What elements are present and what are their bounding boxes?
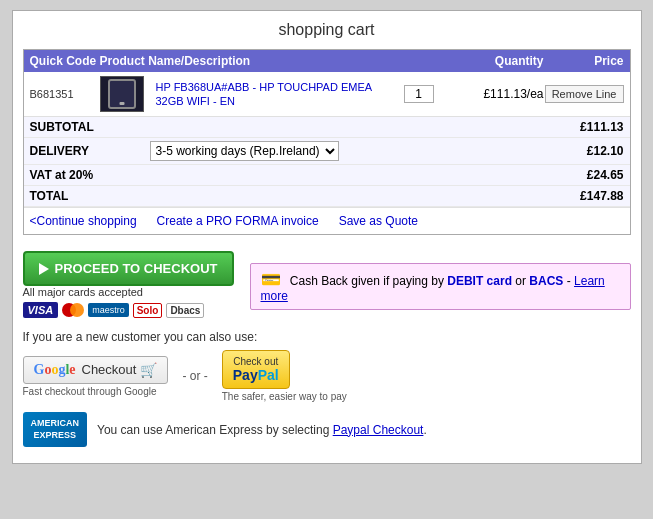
tablet-icon (108, 79, 136, 109)
delivery-value: £12.10 (525, 138, 630, 165)
product-image (100, 76, 144, 112)
paypal-logo: PayPal (233, 367, 279, 383)
paypal-checkout-area: Check out PayPal The safer, easier way t… (222, 350, 347, 402)
summary-table: SUBTOTAL £111.13 DELIVERY 3-5 working da… (24, 117, 630, 207)
delivery-row: DELIVERY 3-5 working days (Rep.Ireland) … (24, 138, 630, 165)
cart-links-row: <Continue shopping Create a PRO FORMA in… (24, 207, 630, 234)
google-sub-text: Fast checkout through Google (23, 386, 169, 397)
cashback-debit: DEBIT card (447, 274, 512, 288)
header-price: Price (544, 54, 624, 68)
amex-text: You can use American Express by selectin… (97, 423, 427, 437)
google-cart-icon: 🛒 (140, 362, 157, 378)
cashback-bacs: BACS (529, 274, 563, 288)
delivery-select[interactable]: 3-5 working days (Rep.Ireland) (150, 141, 339, 161)
paypal-checkout-button[interactable]: Check out PayPal (222, 350, 290, 389)
header-quantity: Quantity (464, 54, 544, 68)
google-checkout-label: Checkout (82, 362, 137, 377)
header-product: Product Name/Description (100, 54, 464, 68)
item-description: HP FB368UA#ABB - HP TOUCHPAD EMEA 32GB W… (150, 80, 404, 108)
vat-label: VAT at 20% (24, 165, 144, 186)
amex-row: AMERICAN EXPRESS You can use American Ex… (23, 412, 631, 447)
subtotal-row: SUBTOTAL £111.13 (24, 117, 630, 138)
item-quantity-cell (404, 85, 464, 103)
checkout-btn-label: PROCEED TO CHECKOUT (55, 261, 218, 276)
cashback-dash: - (567, 274, 574, 288)
cashback-prefix: Cash Back given if paying by (290, 274, 444, 288)
cashback-icon: 💳 (261, 271, 281, 288)
amex-badge: AMERICAN EXPRESS (23, 412, 88, 447)
page-wrapper: shopping cart Quick Code Product Name/De… (12, 10, 642, 464)
paypal-sub-text: The safer, easier way to pay (222, 391, 347, 402)
visa-badge: VISA (23, 302, 59, 318)
amex-label1: AMERICAN (31, 418, 80, 430)
quantity-input[interactable] (404, 85, 434, 103)
vat-value: £24.65 (525, 165, 630, 186)
remove-line-button[interactable]: Remove Line (545, 85, 624, 103)
cart-item-row: B681351 HP FB368UA#ABB - HP TOUCHPAD EME… (24, 72, 630, 117)
item-quick-code: B681351 (30, 88, 100, 100)
header-quick-code: Quick Code (30, 54, 100, 68)
or-text: - or - (182, 369, 207, 383)
page-title: shopping cart (23, 21, 631, 39)
google-g: Google (34, 362, 76, 378)
checkout-btn-area: PROCEED TO CHECKOUT All major cards acce… (23, 251, 234, 322)
total-value: £147.88 (525, 186, 630, 207)
item-unit-price: £111.13/ea (464, 87, 544, 101)
subtotal-label: SUBTOTAL (24, 117, 144, 138)
bottom-section: PROCEED TO CHECKOUT All major cards acce… (23, 245, 631, 453)
paypal-top-label: Check out (233, 356, 278, 367)
cart-container: Quick Code Product Name/Description Quan… (23, 49, 631, 235)
checkout-row: PROCEED TO CHECKOUT All major cards acce… (23, 251, 631, 322)
item-remove-cell: Remove Line (544, 85, 624, 103)
bacs-badge: Dbacs (166, 303, 204, 318)
all-cards-text: All major cards accepted (23, 286, 234, 298)
amex-label2: EXPRESS (31, 430, 80, 442)
cards-row: VISA maestro Solo Dbacs (23, 302, 234, 318)
amex-paypal-link[interactable]: Paypal Checkout (333, 423, 424, 437)
delivery-label: DELIVERY (24, 138, 144, 165)
cashback-or: or (515, 274, 526, 288)
save-quote-link[interactable]: Save as Quote (339, 214, 418, 228)
google-checkout-button[interactable]: Google Checkout 🛒 (23, 356, 169, 384)
mastercard-badge (62, 303, 84, 317)
arrow-icon (39, 263, 49, 275)
product-link[interactable]: HP FB368UA#ABB - HP TOUCHPAD EMEA 32GB W… (156, 81, 372, 107)
cashback-box: 💳 Cash Back given if paying by DEBIT car… (250, 263, 631, 310)
vat-row: VAT at 20% £24.65 (24, 165, 630, 186)
item-thumbnail (100, 76, 150, 112)
cart-header: Quick Code Product Name/Description Quan… (24, 50, 630, 72)
google-checkout-area: Google Checkout 🛒 Fast checkout through … (23, 356, 169, 397)
solo-badge: Solo (133, 303, 163, 318)
proceed-to-checkout-button[interactable]: PROCEED TO CHECKOUT (23, 251, 234, 286)
continue-shopping-link[interactable]: <Continue shopping (30, 214, 137, 228)
total-row: TOTAL £147.88 (24, 186, 630, 207)
new-customer-text: If you are a new customer you can also u… (23, 330, 631, 344)
proforma-link[interactable]: Create a PRO FORMA invoice (157, 214, 319, 228)
maestro-badge: maestro (88, 303, 129, 317)
subtotal-value: £111.13 (525, 117, 630, 138)
alt-checkout-row: Google Checkout 🛒 Fast checkout through … (23, 350, 631, 402)
delivery-cell: 3-5 working days (Rep.Ireland) (150, 141, 519, 161)
total-label: TOTAL (24, 186, 144, 207)
